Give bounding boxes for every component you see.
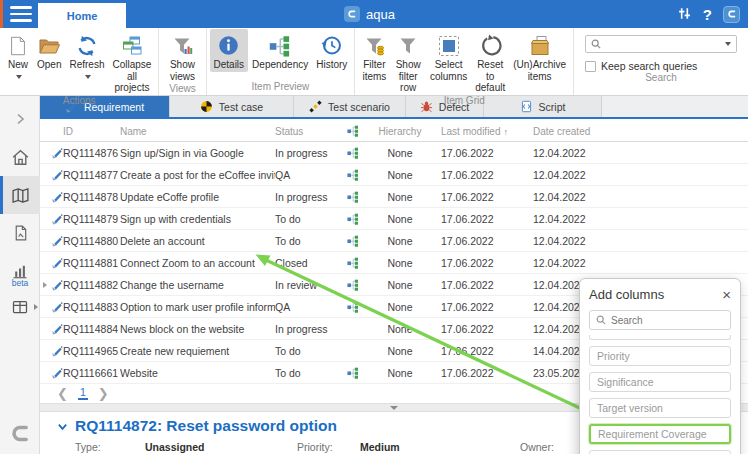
dependency-icon <box>347 125 359 137</box>
filter-row-icon <box>396 32 420 59</box>
about-aqua-button[interactable] <box>723 6 740 23</box>
requirement-icon <box>51 169 63 181</box>
keep-search-queries-checkbox[interactable] <box>585 61 596 72</box>
sidebar-item-home[interactable] <box>0 138 40 176</box>
tab-test-case[interactable]: Test case <box>170 96 294 117</box>
dependency-icon <box>347 367 359 379</box>
dropdown-caret-icon <box>16 75 22 79</box>
unarchive-items-button[interactable]: (Un)Archive items <box>509 29 570 83</box>
group-label-item-preview: Item Preview <box>210 81 352 95</box>
flyout-arrow-icon <box>34 304 38 310</box>
ribbon-group-views: Show views Views <box>159 28 206 95</box>
group-label-views: Views <box>162 83 202 97</box>
table-row[interactable]: RQ1114878Update eCoffe profile In progre… <box>40 186 748 208</box>
popup-search-box[interactable] <box>589 310 731 330</box>
new-button[interactable]: New <box>3 29 33 83</box>
reset-to-default-button[interactable]: Reset to default <box>471 29 509 95</box>
home-icon <box>11 148 30 167</box>
refresh-button[interactable]: Refresh <box>65 29 108 83</box>
group-label-item-grid: Item Grid <box>358 95 570 109</box>
sidebar-item-projects[interactable] <box>0 176 40 214</box>
expand-row-icon[interactable] <box>43 282 47 288</box>
column-header-dependency[interactable] <box>340 125 365 137</box>
field-value-type[interactable]: Unassigned <box>145 441 205 453</box>
list-item-priority[interactable]: Priority <box>589 346 731 366</box>
filter-items-button[interactable]: Filter items <box>358 29 390 83</box>
sort-ascending-icon: ↑ <box>503 127 508 137</box>
help-button[interactable]: ? <box>703 6 712 23</box>
add-columns-popup: Add columns × Priority Significance Targ… <box>579 278 741 454</box>
dependency-icon <box>347 213 359 225</box>
table-row[interactable]: RQ1114879Sign up with credentials To do … <box>40 208 748 230</box>
collapse-chevron-icon[interactable] <box>57 421 68 432</box>
history-button[interactable]: History <box>312 29 351 72</box>
table-row[interactable]: RQ1114877Create a post for the eCoffee i… <box>40 164 748 186</box>
table-row[interactable]: RQ1114881Connect Zoom to an account Clos… <box>40 252 748 274</box>
column-header-name[interactable]: Name <box>120 126 275 137</box>
keep-search-queries-label: Keep search queries <box>601 60 697 72</box>
column-header-hierarchy[interactable]: Hierarchy <box>365 126 435 137</box>
reset-icon <box>479 32 502 59</box>
test-case-icon <box>200 100 213 113</box>
map-icon <box>11 186 30 205</box>
search-icon <box>596 315 606 325</box>
ribbon-group-search: Keep search queries Search <box>574 28 748 95</box>
show-views-button[interactable]: Show views <box>162 29 202 83</box>
main-menu-button[interactable] <box>10 6 32 22</box>
aqua-footer-logo-icon <box>7 420 34 449</box>
table-row[interactable]: RQ1114876Sign up/Sign in via Google In p… <box>40 142 748 164</box>
sidebar-item-documents[interactable] <box>0 214 40 252</box>
column-header-date-created[interactable]: Date created <box>520 126 615 137</box>
ribbon-group-item-grid: Filter items Show filter row Select colu… <box>355 28 574 95</box>
sidebar-item-agile-board[interactable] <box>0 288 40 326</box>
collapse-all-projects-button[interactable]: Collapse all projects <box>108 29 155 95</box>
dependency-icon <box>269 32 291 59</box>
prev-page-button[interactable]: ❮ <box>57 387 68 400</box>
field-value-priority[interactable]: Medium <box>360 441 400 453</box>
list-item-requirement-coverage[interactable]: Requirement Coverage <box>589 424 731 444</box>
select-columns-button[interactable]: Select columns <box>426 29 471 83</box>
connection-settings-icon[interactable] <box>677 6 692 23</box>
app-title: aqua <box>366 7 395 22</box>
search-history-caret-icon[interactable] <box>725 42 731 46</box>
column-header-id[interactable]: ID <box>63 126 120 137</box>
document-icon <box>12 224 29 242</box>
ribbon: New Open Refresh Collapse all projects <box>0 28 748 96</box>
group-label-actions: Actions <box>3 95 155 109</box>
open-button[interactable]: Open <box>33 29 65 72</box>
ribbon-search-box[interactable] <box>585 35 737 53</box>
grid-icon <box>11 298 29 316</box>
next-page-button[interactable]: ❯ <box>98 387 109 400</box>
requirement-icon <box>51 147 63 159</box>
details-button[interactable]: Details <box>210 29 249 72</box>
dependency-button[interactable]: Dependency <box>248 29 312 72</box>
ribbon-tab-home[interactable]: Home <box>38 3 126 28</box>
grid-header-row: ID Name Status Hierarchy Last modified↑ … <box>40 121 748 142</box>
splitter-handle-icon <box>390 406 398 410</box>
close-icon[interactable]: × <box>722 287 731 302</box>
field-label-priority: Priority: <box>297 441 333 453</box>
list-item-type[interactable]: Type <box>589 450 731 454</box>
column-header-status[interactable]: Status <box>275 126 340 137</box>
list-item-significance[interactable]: Significance <box>589 372 731 392</box>
new-document-icon <box>7 32 29 59</box>
show-filter-row-button[interactable]: Show filter row <box>390 29 426 95</box>
field-label-type: Type: <box>75 441 101 453</box>
ribbon-search-input[interactable] <box>605 39 719 50</box>
group-label-search: Search <box>577 72 745 86</box>
details-icon <box>217 32 240 59</box>
table-row[interactable]: RQ1114880Delete an account To do None 17… <box>40 230 748 252</box>
test-scenario-icon <box>309 100 322 113</box>
column-header-last-modified[interactable]: Last modified↑ <box>435 126 520 137</box>
list-item-target-version[interactable]: Target version <box>589 398 731 418</box>
filter-items-icon <box>362 32 386 59</box>
page-number[interactable]: 1 <box>78 386 88 400</box>
popup-column-list: Priority Significance Target version Req… <box>589 335 731 454</box>
popup-search-input[interactable] <box>611 315 724 326</box>
list-item-partial[interactable] <box>589 335 731 340</box>
requirement-icon <box>51 213 63 225</box>
ribbon-group-item-preview: Details Dependency History Item Preview <box>207 28 356 95</box>
dependency-icon <box>347 147 359 159</box>
dependency-icon <box>347 301 359 313</box>
requirement-icon <box>51 235 63 247</box>
